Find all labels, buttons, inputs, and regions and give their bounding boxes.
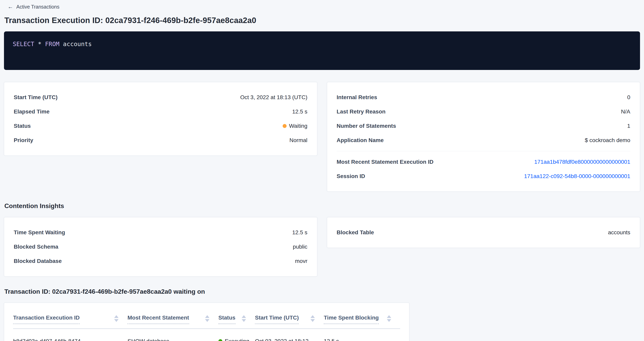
column-header-start-time[interactable]: Start Time (UTC) <box>255 312 324 329</box>
number-of-statements-value: 1 <box>627 123 630 129</box>
start-time-value: Oct 3, 2022 at 18:13 (UTC) <box>240 94 308 100</box>
table-header-row: Transaction Execution ID Most Recent Sta… <box>13 312 400 329</box>
summary-cards: Start Time (UTC) Oct 3, 2022 at 18:13 (U… <box>4 82 640 192</box>
elapsed-time-value: 12.5 s <box>292 108 307 115</box>
sql-statement: SELECT * FROM accounts <box>13 40 631 47</box>
statement-execution-id-label: Most Recent Statement Execution ID <box>337 159 434 165</box>
status-value: Executing <box>225 338 249 341</box>
status-badge: Executing <box>218 338 249 341</box>
column-label[interactable]: Status <box>218 314 236 324</box>
page-title: Transaction Execution ID: 02ca7931-f246-… <box>4 16 640 25</box>
column-header-status[interactable]: Status <box>218 312 255 329</box>
last-retry-reason-value: N/A <box>621 108 630 115</box>
column-label[interactable]: Transaction Execution ID <box>13 314 80 324</box>
breadcrumb-back-link[interactable]: ← Active Transactions <box>4 3 640 11</box>
elapsed-time-label: Elapsed Time <box>14 108 50 115</box>
sort-down-icon <box>205 319 210 322</box>
sort-icon[interactable] <box>310 314 315 322</box>
column-label[interactable]: Most Recent Statement <box>128 314 189 324</box>
internal-retries-label: Internal Retries <box>337 94 377 100</box>
priority-label: Priority <box>14 137 33 143</box>
status-label: Status <box>14 123 31 129</box>
application-name-value: $ cockroach demo <box>585 137 630 143</box>
blocked-database-value: movr <box>295 258 307 264</box>
contention-row-time-spent-waiting: Time Spent Waiting 12.5 s <box>14 225 308 240</box>
contention-card-right: Blocked Table accounts <box>327 217 640 248</box>
statement-execution-id-link[interactable]: 171aa1b478fdf0e80000000000000001 <box>534 159 630 165</box>
blocked-schema-value: public <box>293 244 307 250</box>
status-badge: Waiting <box>282 123 307 129</box>
summary-row-elapsed-time: Elapsed Time 12.5 s <box>14 104 308 119</box>
contention-row-blocked-schema: Blocked Schema public <box>14 240 308 254</box>
summary-row-internal-retries: Internal Retries 0 <box>337 90 630 104</box>
summary-row-application-name: Application Name $ cockroach demo <box>337 133 630 147</box>
summary-card-left: Start Time (UTC) Oct 3, 2022 at 18:13 (U… <box>4 82 317 156</box>
sort-up-icon <box>114 315 118 318</box>
column-header-transaction-execution-id[interactable]: Transaction Execution ID <box>13 312 128 329</box>
contention-insights-heading: Contention Insights <box>4 202 640 210</box>
summary-row-statement-execution-id: Most Recent Statement Execution ID 171aa… <box>337 155 630 169</box>
blocked-schema-label: Blocked Schema <box>14 244 58 250</box>
column-header-most-recent-statement[interactable]: Most Recent Statement <box>128 312 218 329</box>
table-row: b8d7d03a-d497-446b-8474-e50846674768 SHO… <box>13 329 400 341</box>
sort-icon[interactable] <box>387 314 391 322</box>
cell-status: Executing <box>218 329 255 341</box>
contention-card-left: Time Spent Waiting 12.5 s Blocked Schema… <box>4 217 317 276</box>
summary-row-priority: Priority Normal <box>14 133 308 147</box>
status-value: Waiting <box>289 123 307 129</box>
summary-card-right: Internal Retries 0 Last Retry Reason N/A… <box>327 82 640 192</box>
breadcrumb-label: Active Transactions <box>16 4 60 10</box>
column-label[interactable]: Start Time (UTC) <box>255 314 299 324</box>
internal-retries-value: 0 <box>627 94 630 100</box>
sort-up-icon <box>387 315 391 318</box>
sort-icon[interactable] <box>114 314 118 322</box>
session-id-link[interactable]: 171aa122-c092-54b8-0000-000000000001 <box>524 173 630 179</box>
sort-down-icon <box>242 319 246 322</box>
sql-keyword-from: FROM <box>45 40 60 47</box>
number-of-statements-label: Number of Statements <box>337 123 396 129</box>
contention-cards: Time Spent Waiting 12.5 s Blocked Schema… <box>4 217 640 276</box>
summary-row-last-retry-reason: Last Retry Reason N/A <box>337 104 630 119</box>
arrow-left-icon: ← <box>8 4 13 9</box>
sql-statement-box: SELECT * FROM accounts <box>4 31 640 70</box>
session-id-label: Session ID <box>337 173 365 179</box>
summary-row-number-of-statements: Number of Statements 1 <box>337 119 630 133</box>
priority-value: Normal <box>290 137 307 143</box>
sort-down-icon <box>114 319 118 322</box>
sort-down-icon <box>310 319 315 322</box>
cell-transaction-execution-id: b8d7d03a-d497-446b-8474-e50846674768 <box>13 329 128 341</box>
summary-row-start-time: Start Time (UTC) Oct 3, 2022 at 18:13 (U… <box>14 90 308 104</box>
column-header-time-spent-blocking[interactable]: Time Spent Blocking <box>324 312 400 329</box>
cell-most-recent-statement: SHOW database <box>128 329 218 341</box>
blocked-table-label: Blocked Table <box>337 229 374 236</box>
waiting-on-heading: Transaction ID: 02ca7931-f246-469b-b2fe-… <box>4 288 640 295</box>
column-label[interactable]: Time Spent Blocking <box>324 314 379 324</box>
status-executing-dot-icon <box>218 339 222 341</box>
cell-start-time: Oct 03, 2022 at 18:12 <box>255 329 324 341</box>
time-spent-waiting-label: Time Spent Waiting <box>14 229 65 236</box>
sort-up-icon <box>242 315 246 318</box>
time-spent-waiting-value: 12.5 s <box>292 229 307 236</box>
application-name-label: Application Name <box>337 137 384 143</box>
sort-up-icon <box>310 315 315 318</box>
contention-row-blocked-table: Blocked Table accounts <box>337 225 630 240</box>
start-time-label: Start Time (UTC) <box>14 94 58 100</box>
sql-table-name: accounts <box>60 40 92 47</box>
sort-down-icon <box>387 319 391 322</box>
sort-icon[interactable] <box>205 314 210 322</box>
summary-row-session-id: Session ID 171aa122-c092-54b8-0000-00000… <box>337 169 630 183</box>
sort-up-icon <box>205 315 210 318</box>
status-waiting-dot-icon <box>282 124 286 128</box>
summary-row-status: Status Waiting <box>14 119 308 133</box>
sql-keyword-select: SELECT <box>13 40 34 47</box>
contention-row-blocked-database: Blocked Database movr <box>14 254 308 268</box>
cell-time-spent-blocking: 12.5 s <box>324 329 400 341</box>
blocked-database-label: Blocked Database <box>14 258 62 264</box>
sql-star: * <box>34 40 45 47</box>
waiting-on-table-card: Transaction Execution ID Most Recent Sta… <box>4 303 409 341</box>
sort-icon[interactable] <box>242 314 246 322</box>
transaction-details-page: ← Active Transactions Transaction Execut… <box>0 0 644 341</box>
blocked-table-value: accounts <box>608 229 630 236</box>
last-retry-reason-label: Last Retry Reason <box>337 108 386 115</box>
